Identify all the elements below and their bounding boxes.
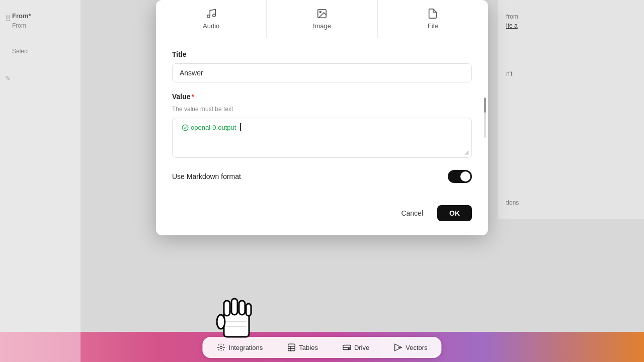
file-icon bbox=[427, 8, 438, 19]
dialog-actions: Cancel OK bbox=[156, 195, 488, 221]
scrollbar-track[interactable] bbox=[484, 98, 486, 138]
cancel-button[interactable]: Cancel bbox=[393, 205, 431, 221]
audio-icon bbox=[206, 8, 217, 19]
image-icon bbox=[316, 8, 328, 19]
markdown-label: Use Markdown format bbox=[172, 172, 241, 180]
file-label: File bbox=[428, 22, 438, 30]
value-field-group: Value* The value must be text openai-0.o… bbox=[172, 93, 472, 158]
modal-dialog: Audio Image File bbox=[156, 0, 488, 235]
svg-point-9 bbox=[207, 15, 210, 18]
form-content: Title Value* The value must be text bbox=[156, 38, 488, 195]
markdown-toggle[interactable] bbox=[448, 170, 472, 183]
media-type-image[interactable]: Image bbox=[267, 0, 377, 38]
ok-button[interactable]: OK bbox=[437, 205, 472, 221]
resize-handle[interactable] bbox=[464, 150, 469, 155]
value-input-container[interactable]: openai-0.output bbox=[172, 118, 472, 158]
title-field-group: Title bbox=[172, 50, 472, 82]
text-cursor bbox=[240, 123, 241, 131]
value-tag: openai-0.output bbox=[180, 123, 238, 132]
title-input[interactable] bbox=[172, 63, 472, 82]
media-type-audio[interactable]: Audio bbox=[156, 0, 267, 38]
value-hint: The value must be text bbox=[172, 106, 472, 113]
markdown-toggle-row: Use Markdown format bbox=[172, 170, 472, 183]
audio-label: Audio bbox=[203, 22, 219, 30]
scrollbar-thumb[interactable] bbox=[484, 98, 486, 113]
tag-icon bbox=[182, 124, 189, 131]
media-type-row: Audio Image File bbox=[156, 0, 488, 38]
required-star: * bbox=[192, 93, 194, 101]
svg-point-12 bbox=[319, 11, 321, 13]
image-label: Image bbox=[313, 22, 331, 30]
title-label: Title bbox=[172, 50, 472, 58]
modal-overlay: Audio Image File bbox=[0, 0, 644, 362]
svg-point-10 bbox=[212, 14, 215, 17]
value-label: Value* bbox=[172, 93, 472, 101]
media-type-file[interactable]: File bbox=[378, 0, 488, 38]
